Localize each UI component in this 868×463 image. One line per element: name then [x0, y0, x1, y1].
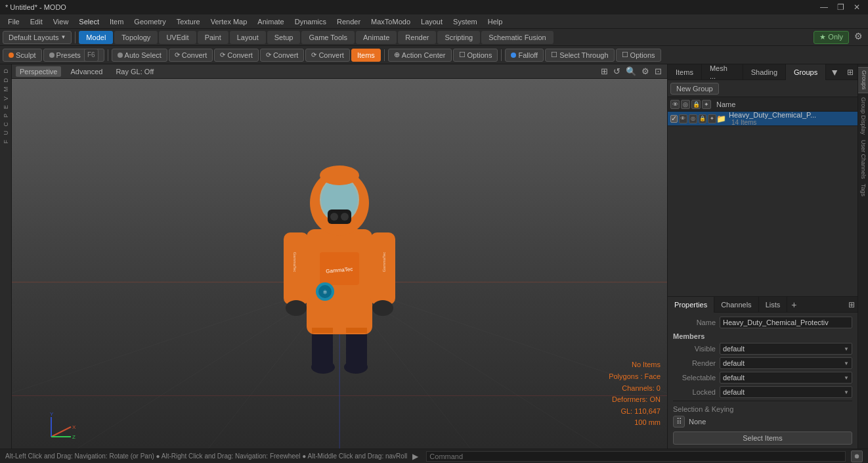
tab-render[interactable]: Render: [398, 31, 436, 44]
options-button-2[interactable]: ☐ Options: [616, 49, 661, 62]
command-submit-button[interactable]: ⏺: [851, 451, 863, 462]
menu-edit[interactable]: Edit: [25, 14, 48, 29]
menu-vertexmap[interactable]: Vertex Map: [206, 14, 253, 29]
right-tab-more[interactable]: ▼: [826, 67, 843, 77]
convert-button-1[interactable]: ⟳ Convert: [169, 49, 213, 62]
props-add-button[interactable]: +: [789, 299, 799, 310]
props-expand-button[interactable]: ⊞: [846, 300, 857, 309]
right-sidebar-userchannels[interactable]: User Channels: [859, 137, 868, 182]
viewport-tab-perspective[interactable]: Perspective: [16, 66, 61, 77]
menu-dynamics[interactable]: Dynamics: [290, 14, 332, 29]
menu-view[interactable]: View: [48, 14, 74, 29]
right-tab-shading[interactable]: Shading: [743, 64, 786, 80]
viewport-rotate-icon[interactable]: ↺: [612, 66, 622, 76]
right-tab-mesh[interactable]: Mesh ...: [702, 64, 743, 80]
viewport-tab-raygl[interactable]: Ray GL: Off: [112, 66, 158, 77]
items-button[interactable]: Items: [351, 49, 381, 62]
sidebar-item-m[interactable]: M: [1, 85, 11, 94]
group-vis-0[interactable]: 👁: [679, 114, 687, 123]
tab-schematic[interactable]: Schematic Fusion: [481, 31, 553, 44]
menu-maxtomodo[interactable]: MaxToModo: [366, 14, 416, 29]
action-center-button[interactable]: ⊕ Action Center: [388, 49, 452, 62]
menu-render[interactable]: Render: [332, 14, 366, 29]
group-lock-0[interactable]: 🔒: [699, 114, 707, 123]
groups-list[interactable]: ✓ 👁 ◎ 🔒 ✦ 📁 Heavy_Duty_Chemical_P... 14 …: [668, 112, 857, 296]
right-sidebar-groupdisplay[interactable]: Group Display: [859, 95, 868, 137]
col-visibility-icon[interactable]: 👁: [670, 100, 680, 109]
falloff-button[interactable]: Falloff: [505, 49, 544, 62]
viewport-tab-advanced[interactable]: Advanced: [66, 66, 106, 77]
sidebar-item-d1[interactable]: D: [1, 67, 11, 76]
col-render-icon[interactable]: ◎: [681, 100, 690, 109]
star-only-button[interactable]: ★ Only: [814, 31, 849, 44]
tab-scripting[interactable]: Scripting: [437, 31, 480, 44]
right-tab-groups[interactable]: Groups: [786, 64, 826, 80]
viewport-zoom-icon[interactable]: 🔍: [624, 66, 638, 76]
props-selectable-dropdown[interactable]: default ▼: [720, 372, 852, 384]
minimize-button[interactable]: —: [817, 3, 831, 12]
viewport-fit-icon[interactable]: ⊞: [599, 66, 609, 76]
sidebar-item-v[interactable]: V: [1, 95, 11, 102]
convert-button-2[interactable]: ⟳ Convert: [214, 49, 259, 62]
convert-button-3[interactable]: ⟳ Convert: [260, 49, 305, 62]
group-check-0[interactable]: ✓: [670, 115, 678, 123]
right-tab-items[interactable]: Items: [668, 64, 702, 80]
menu-select[interactable]: Select: [74, 14, 104, 29]
props-render-dropdown[interactable]: default ▼: [720, 357, 852, 369]
props-tab-channels[interactable]: Channels: [714, 297, 758, 313]
props-locked-dropdown[interactable]: default ▼: [720, 386, 852, 398]
convert-button-4[interactable]: ⟳ Convert: [305, 49, 350, 62]
tab-model[interactable]: Model: [79, 31, 113, 44]
props-tab-properties[interactable]: Properties: [668, 297, 714, 313]
sculpt-button[interactable]: Sculpt: [3, 49, 42, 62]
sidebar-item-d2[interactable]: D: [1, 76, 11, 85]
autoselect-button[interactable]: Auto Select: [112, 49, 167, 62]
menu-texture[interactable]: Texture: [171, 14, 206, 29]
select-items-button[interactable]: Select Items: [673, 431, 852, 445]
viewport-expand-icon[interactable]: ⊡: [653, 66, 663, 76]
new-group-button[interactable]: New Group: [670, 83, 719, 95]
menu-geometry[interactable]: Geometry: [129, 14, 171, 29]
group-item-0[interactable]: ✓ 👁 ◎ 🔒 ✦ 📁 Heavy_Duty_Chemical_P... 14 …: [668, 112, 857, 126]
right-sidebar-tags[interactable]: Tags: [859, 181, 868, 199]
keying-icon-button[interactable]: ⠿: [673, 416, 685, 428]
settings-icon[interactable]: ⚙: [852, 31, 865, 44]
props-visible-dropdown[interactable]: default ▼: [720, 343, 852, 355]
sidebar-item-u[interactable]: U: [1, 129, 11, 137]
sidebar-item-c[interactable]: C: [1, 120, 11, 129]
group-extra-0[interactable]: ✦: [708, 114, 716, 123]
menu-file[interactable]: File: [3, 14, 25, 29]
right-sidebar-groups[interactable]: Groups: [858, 67, 869, 93]
menu-animate[interactable]: Animate: [252, 14, 289, 29]
tab-setup[interactable]: Setup: [267, 31, 301, 44]
tab-topology[interactable]: Topology: [114, 31, 158, 44]
col-lock-icon[interactable]: 🔒: [691, 100, 701, 109]
command-input[interactable]: [426, 451, 846, 462]
props-name-input[interactable]: [720, 317, 852, 328]
selectthrough-button[interactable]: ☐ Select Through: [545, 49, 614, 62]
sidebar-item-p[interactable]: P: [1, 112, 11, 120]
maximize-button[interactable]: ❐: [835, 3, 847, 12]
window-controls[interactable]: — ❐ ✕: [817, 3, 863, 12]
menu-item[interactable]: Item: [104, 14, 129, 29]
menu-system[interactable]: System: [448, 14, 483, 29]
layout-dropdown[interactable]: Default Layouts ▼: [3, 31, 72, 44]
presets-f6[interactable]: F6: [84, 49, 98, 62]
group-rend-0[interactable]: ◎: [689, 114, 697, 123]
menu-layout[interactable]: Layout: [416, 14, 448, 29]
presets-button[interactable]: Presets F6: [43, 49, 104, 62]
right-panel-expand[interactable]: ⊞: [843, 68, 857, 77]
tab-uvedit[interactable]: UVEdit: [159, 31, 196, 44]
sidebar-item-e[interactable]: E: [1, 103, 11, 111]
props-tab-lists[interactable]: Lists: [759, 297, 788, 313]
close-button[interactable]: ✕: [851, 3, 863, 12]
tab-animate[interactable]: Animate: [356, 31, 397, 44]
viewport-settings-icon[interactable]: ⚙: [640, 66, 651, 76]
sidebar-item-f[interactable]: F: [1, 138, 11, 146]
tab-paint[interactable]: Paint: [198, 31, 228, 44]
tab-layout[interactable]: Layout: [230, 31, 266, 44]
col-extra-icon[interactable]: ✦: [702, 100, 711, 109]
options-button-1[interactable]: ☐ Options: [453, 49, 498, 62]
viewport-canvas[interactable]: GammaTec ⚛ GammaTec GammaTec No Items Po…: [12, 79, 667, 449]
tab-gametools[interactable]: Game Tools: [301, 31, 355, 44]
